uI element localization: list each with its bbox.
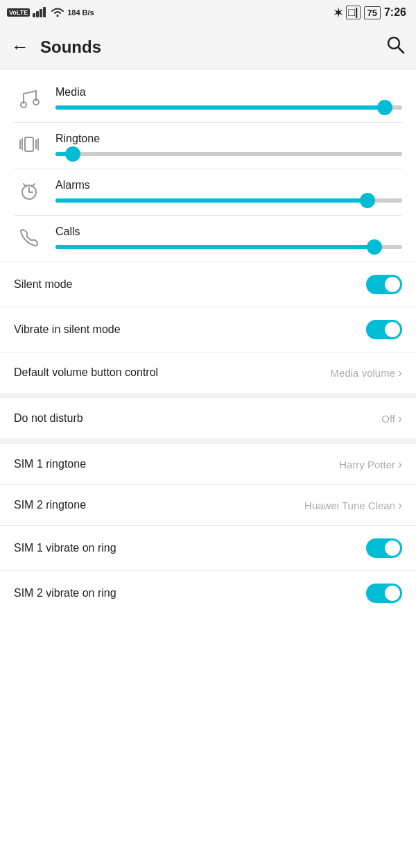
sim1-ringtone-text: Harry Potter [339,459,395,470]
media-fill [55,105,385,110]
chevron-icon-sim2: › [398,498,402,513]
silent-mode-knob [385,277,400,292]
alarms-thumb[interactable] [360,193,375,208]
default-volume-text: Media volume [331,367,395,379]
svg-rect-0 [33,13,35,17]
divider-thick-1 [0,393,416,398]
bluetooth-icon: ✶ [333,6,343,19]
sim2-ringtone-row[interactable]: SIM 2 ringtone Huawei Tune Clean › [0,485,416,525]
sim1-vibrate-label: SIM 1 vibrate on ring [14,542,116,554]
battery-icon: 75 [364,6,381,19]
media-slider[interactable] [55,105,402,110]
vibrate-icon [14,133,44,155]
media-label: Media [55,86,402,99]
search-button[interactable] [385,35,405,59]
silent-mode-label: Silent mode [14,278,73,291]
sim2-vibrate-row: SIM 2 vibrate on ring [0,571,416,615]
sim1-vibrate-knob [385,541,400,556]
time: 7:26 [384,6,406,19]
sim1-vibrate-row: SIM 1 vibrate on ring [0,526,416,570]
vibrate-silent-toggle[interactable] [366,320,402,339]
alarms-slider-content: Alarms [55,179,402,203]
page-title: Sounds [40,37,385,57]
sim2-ringtone-text: Huawei Tune Clean [304,500,395,511]
alarms-slider-row: Alarms [0,169,416,215]
alarm-icon [14,180,44,202]
default-volume-value: Media volume › [331,366,402,380]
wifi-icon [51,6,64,19]
svg-line-6 [398,47,404,53]
sim2-ringtone-label: SIM 2 ringtone [14,499,86,511]
status-bar: VoLTE 184 B/s ✶ □| 75 7:26 [0,0,416,25]
sim2-vibrate-label: SIM 2 vibrate on ring [14,587,116,599]
nfc-icon: □| [346,6,360,19]
sim1-ringtone-row[interactable]: SIM 1 ringtone Harry Potter › [0,444,416,484]
sim1-ringtone-value: Harry Potter › [339,457,402,472]
media-slider-row: Media [0,76,416,122]
svg-rect-2 [40,9,42,17]
music-note-icon [14,87,44,109]
sliders-section: Media Ringtone [0,69,416,262]
alarms-slider[interactable] [55,198,402,203]
vibrate-silent-knob [385,322,400,337]
do-not-disturb-value: Off › [381,411,402,426]
silent-mode-row: Silent mode [0,262,416,307]
ringtone-slider[interactable] [55,152,402,156]
volte-badge: VoLTE [7,8,30,17]
calls-slider[interactable] [55,245,402,249]
ringtone-thumb[interactable] [65,146,80,162]
top-bar: ← Sounds [0,25,416,69]
sim2-vibrate-knob [385,586,400,601]
status-left: VoLTE 184 B/s [7,6,94,19]
do-not-disturb-label: Do not disturb [14,412,83,425]
chevron-icon-dnd: › [398,411,402,426]
chevron-icon-sim1: › [398,457,402,472]
data-speed: 184 B/s [67,8,94,17]
sim2-vibrate-toggle[interactable] [366,584,402,603]
chevron-icon-volume: › [398,366,402,380]
calls-slider-content: Calls [55,225,402,249]
do-not-disturb-text: Off [381,413,395,425]
default-volume-row[interactable]: Default volume button control Media volu… [0,352,416,393]
divider-thick-2 [0,439,416,444]
sim1-ringtone-label: SIM 1 ringtone [14,458,86,470]
svg-line-17 [24,184,26,187]
silent-mode-toggle[interactable] [366,275,402,294]
svg-rect-1 [36,11,39,17]
svg-line-18 [32,184,35,187]
calls-slider-row: Calls [0,216,416,262]
calls-label: Calls [55,225,402,238]
sim1-vibrate-toggle[interactable] [366,538,402,558]
calls-thumb[interactable] [367,239,382,255]
content: Media Ringtone [0,69,416,615]
media-slider-content: Media [55,86,402,110]
ringtone-slider-row: Ringtone [0,123,416,169]
ringtone-label: Ringtone [55,133,402,145]
vibrate-silent-label: Vibrate in silent mode [14,323,121,336]
alarms-label: Alarms [55,179,402,192]
svg-rect-3 [43,7,46,17]
do-not-disturb-row[interactable]: Do not disturb Off › [0,398,416,439]
media-thumb[interactable] [377,100,392,115]
calls-fill [55,245,374,249]
svg-point-4 [57,15,59,17]
alarms-fill [55,198,367,203]
default-volume-label: Default volume button control [14,366,158,379]
svg-rect-9 [25,137,33,151]
sim2-ringtone-value: Huawei Tune Clean › [304,498,402,513]
network-signal [33,6,48,19]
phone-icon [14,226,44,248]
back-button[interactable]: ← [11,36,29,58]
status-right: ✶ □| 75 7:26 [333,6,406,19]
vibrate-silent-row: Vibrate in silent mode [0,307,416,352]
ringtone-slider-content: Ringtone [55,133,402,156]
